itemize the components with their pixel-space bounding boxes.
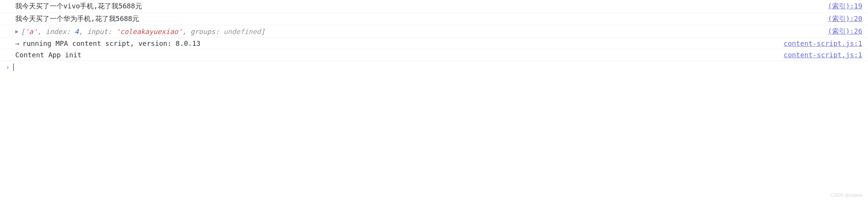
source-link[interactable]: content-script.js:1: [784, 51, 862, 59]
console-input[interactable]: [14, 63, 862, 71]
array-key: groups: [191, 28, 215, 36]
log-message: 我今天买了一个vivo手机,花了我5688元: [15, 2, 142, 11]
log-message-container: 我今天买了一个vivo手机,花了我5688元: [15, 2, 820, 11]
log-message-container: 我今天买了一个华为手机,花了我5688元: [15, 14, 820, 23]
array-input-value: 'coleakayuexiao': [116, 28, 182, 36]
console-log-row: 我今天买了一个vivo手机,花了我5688元 (索引):19: [0, 0, 868, 13]
log-message: 我今天买了一个华为手机,花了我5688元: [15, 14, 139, 23]
console-log-row: → running MPA content script, version: 8…: [0, 38, 868, 49]
array-preview: ['a', index: 4, input: 'coleakayuexiao',…: [21, 28, 265, 36]
console-log-row: Content App init content-script.js:1: [0, 49, 868, 61]
console-prompt-row: ›: [0, 61, 868, 73]
bracket-open: [: [21, 28, 25, 36]
array-value: 'a': [25, 28, 37, 36]
expand-arrow-icon[interactable]: ▶: [15, 28, 18, 34]
log-message-container: Content App init: [15, 51, 776, 59]
watermark: CSDN @coleak: [831, 193, 863, 198]
console-log-row: 我今天买了一个华为手机,花了我5688元 (索引):20: [0, 13, 868, 25]
source-link[interactable]: (索引):19: [828, 2, 862, 11]
array-key: input: [87, 28, 108, 36]
log-message: running MPA content script, version: 8.0…: [23, 39, 200, 47]
console-log-row: ▶ ['a', index: 4, input: 'coleakayuexiao…: [0, 25, 868, 38]
array-groups-value: undefined: [224, 28, 261, 36]
source-link[interactable]: (索引):26: [828, 27, 862, 36]
array-key: index: [45, 28, 66, 36]
log-message: Content App init: [15, 51, 81, 59]
log-message-container: ▶ ['a', index: 4, input: 'coleakayuexiao…: [15, 28, 820, 36]
bracket-close: ]: [261, 28, 265, 36]
log-message-container: → running MPA content script, version: 8…: [15, 39, 776, 47]
prompt-caret-icon: ›: [6, 63, 10, 71]
array-index-value: 4: [74, 28, 79, 36]
source-link[interactable]: content-script.js:1: [784, 39, 862, 47]
source-link[interactable]: (索引):20: [828, 14, 862, 23]
arrow-icon: →: [15, 39, 19, 47]
